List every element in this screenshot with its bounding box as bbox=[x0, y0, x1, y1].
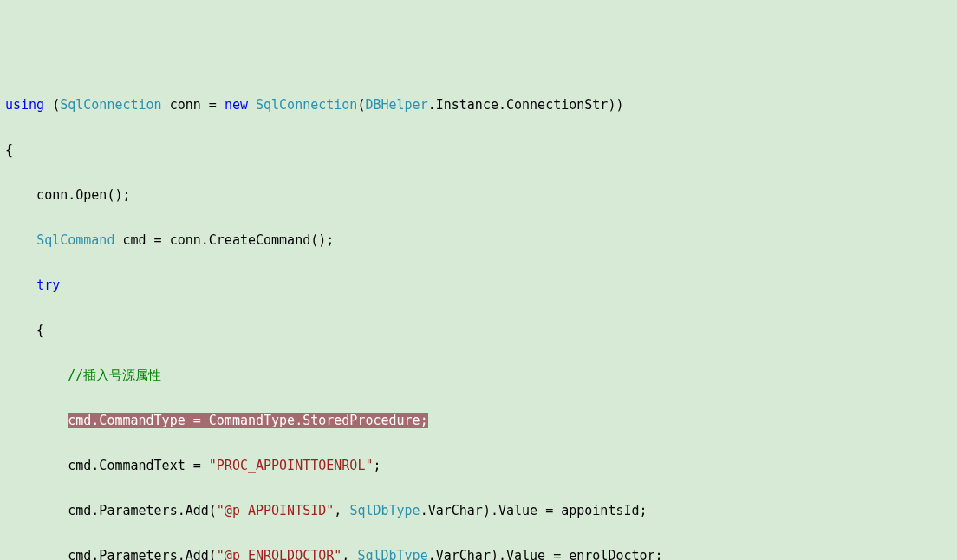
code-text: .VarChar).Value = enrolDoctor; bbox=[428, 548, 663, 560]
code-text: conn.Open(); bbox=[5, 187, 131, 203]
type: DBHelper bbox=[365, 97, 427, 113]
code-text: cmd = conn.CreateCommand(); bbox=[114, 232, 334, 248]
type: SqlCommand bbox=[36, 232, 114, 248]
comment: //插入号源属性 bbox=[68, 368, 161, 383]
type: SqlConnection bbox=[60, 97, 161, 113]
code-line: //插入号源属性 bbox=[5, 364, 952, 387]
code-line: conn.Open(); bbox=[5, 184, 952, 206]
highlighted-line: cmd.CommandType = CommandType.StoredProc… bbox=[68, 413, 427, 428]
code-text bbox=[5, 277, 36, 293]
code-line: cmd.Parameters.Add("@p_APPOINTSID", SqlD… bbox=[5, 499, 952, 522]
type: SqlConnection bbox=[256, 97, 357, 113]
code-text bbox=[5, 413, 68, 428]
code-line: try bbox=[5, 274, 952, 296]
code-line: { bbox=[5, 319, 952, 342]
code-text: .Instance.ConnectionStr)) bbox=[428, 97, 624, 113]
code-text: , bbox=[334, 503, 349, 518]
code-text: , bbox=[342, 548, 357, 560]
string: "@p_APPOINTSID" bbox=[217, 503, 334, 518]
code-line: cmd.CommandText = "PROC_APPOINTTOENROL"; bbox=[5, 454, 952, 477]
code-line: cmd.CommandType = CommandType.StoredProc… bbox=[5, 409, 952, 432]
code-text: ; bbox=[373, 458, 381, 473]
code-line: SqlCommand cmd = conn.CreateCommand(); bbox=[5, 229, 952, 251]
type: SqlDbType bbox=[357, 548, 427, 560]
string: "PROC_APPOINTTOENROL" bbox=[209, 458, 374, 473]
code-text: .VarChar).Value = appointsId; bbox=[420, 503, 648, 518]
string: "@p_ENROLDOCTOR" bbox=[217, 548, 342, 560]
code-line: cmd.Parameters.Add("@p_ENROLDOCTOR", Sql… bbox=[5, 544, 952, 560]
code-text bbox=[248, 97, 256, 113]
code-text: conn = bbox=[162, 97, 225, 113]
code-text: { bbox=[5, 322, 44, 338]
code-text: cmd.Parameters.Add( bbox=[5, 548, 217, 560]
keyword: new bbox=[225, 97, 248, 113]
code-text: ( bbox=[44, 97, 60, 113]
code-text bbox=[5, 368, 68, 383]
code-text bbox=[5, 232, 36, 248]
code-text: { bbox=[5, 142, 13, 158]
keyword: try bbox=[36, 277, 60, 293]
code-line: using (SqlConnection conn = new SqlConne… bbox=[5, 94, 952, 116]
code-text: cmd.Parameters.Add( bbox=[5, 503, 217, 518]
code-text: cmd.CommandText = bbox=[5, 458, 209, 473]
keyword: using bbox=[5, 97, 44, 113]
type: SqlDbType bbox=[349, 503, 420, 518]
code-line: { bbox=[5, 139, 952, 161]
